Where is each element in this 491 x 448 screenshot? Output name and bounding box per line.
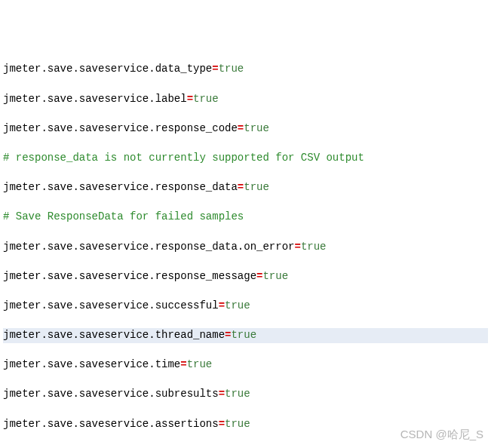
property-line: jmeter.save.saveservice.label=true — [3, 92, 488, 107]
property-line: jmeter.save.saveservice.response_data.on… — [3, 240, 488, 255]
comment-text: # response_data is not currently support… — [3, 152, 364, 164]
equals-sign: = — [219, 299, 225, 311]
equals-sign: = — [219, 418, 225, 430]
property-key: jmeter.save.saveservice.successful — [3, 299, 219, 311]
property-key: jmeter.save.saveservice.time — [3, 358, 180, 370]
property-value: true — [244, 122, 269, 134]
property-key: jmeter.save.saveservice.response_code — [3, 122, 238, 134]
property-key: jmeter.save.saveservice.response_message — [3, 270, 256, 282]
comment-line: # Save ResponseData for failed samples — [3, 210, 488, 225]
property-value: true — [231, 329, 256, 341]
property-value: true — [244, 181, 269, 193]
property-line: jmeter.save.saveservice.response_data=tr… — [3, 180, 488, 195]
equals-sign: = — [219, 388, 225, 400]
property-value: true — [301, 241, 327, 253]
property-key: jmeter.save.saveservice.response_data — [3, 181, 238, 193]
equals-sign: = — [180, 358, 186, 370]
property-line: jmeter.save.saveservice.subresults=true — [3, 387, 488, 402]
config-code-block: jmeter.save.saveservice.data_type=true j… — [3, 62, 488, 448]
equals-sign: = — [212, 63, 218, 75]
property-key: jmeter.save.saveservice.assertions — [3, 418, 219, 430]
property-line: jmeter.save.saveservice.response_message… — [3, 269, 488, 284]
equals-sign: = — [294, 241, 300, 253]
comment-text: # Save ResponseData for failed samples — [3, 210, 244, 222]
property-line: jmeter.save.saveservice.time=true — [3, 357, 488, 373]
property-value: true — [219, 63, 244, 75]
property-value: true — [225, 418, 250, 430]
property-value: true — [225, 388, 250, 400]
property-line: jmeter.save.saveservice.response_code=tr… — [3, 121, 488, 137]
property-line: jmeter.save.saveservice.assertions=true — [3, 417, 488, 432]
comment-line: # response_data is not currently support… — [3, 151, 488, 166]
equals-sign: = — [238, 122, 244, 134]
property-value: true — [193, 93, 219, 105]
property-line: jmeter.save.saveservice.thread_name=true — [3, 328, 488, 343]
property-key: jmeter.save.saveservice.subresults — [3, 388, 219, 400]
property-key: jmeter.save.saveservice.thread_name — [3, 329, 225, 341]
property-value: true — [262, 270, 288, 282]
property-key: jmeter.save.saveservice.label — [3, 93, 187, 105]
equals-sign: = — [187, 93, 193, 105]
property-line: jmeter.save.saveservice.successful=true — [3, 299, 488, 314]
property-line: jmeter.save.saveservice.data_type=true — [3, 62, 488, 77]
property-value: true — [187, 358, 213, 370]
property-key: jmeter.save.saveservice.response_data.on… — [3, 241, 294, 253]
equals-sign: = — [238, 181, 244, 193]
property-value: true — [225, 299, 250, 311]
property-key: jmeter.save.saveservice.data_type — [3, 63, 212, 75]
